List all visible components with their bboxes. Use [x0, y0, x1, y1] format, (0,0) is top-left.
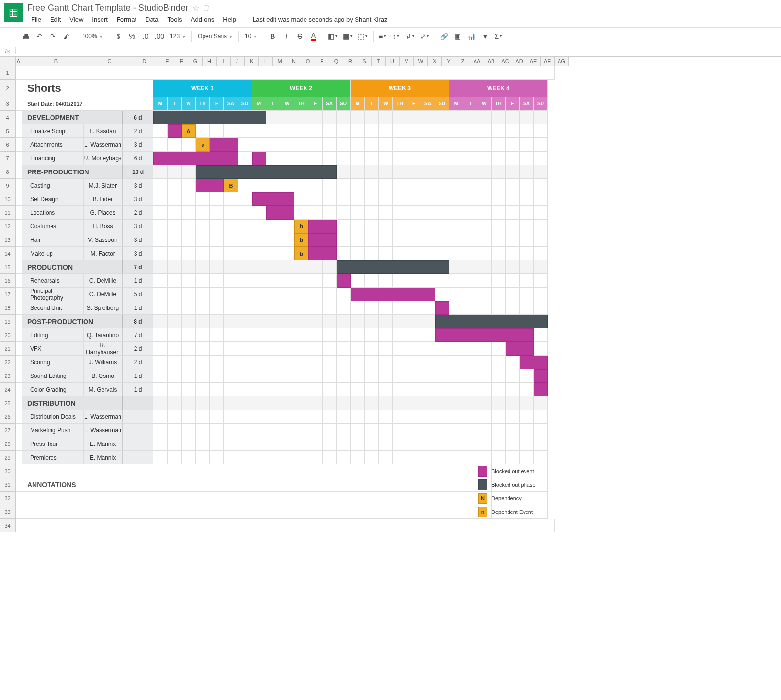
col-header[interactable]: R	[343, 57, 357, 66]
cell[interactable]	[323, 288, 337, 301]
cell[interactable]	[379, 328, 393, 342]
cell[interactable]	[421, 383, 435, 396]
cell[interactable]	[308, 356, 323, 369]
cell[interactable]	[252, 396, 266, 410]
row-header[interactable]: 28	[0, 437, 16, 451]
cell[interactable]	[294, 424, 308, 437]
cell[interactable]	[492, 274, 506, 288]
cell[interactable]	[393, 192, 407, 206]
cell[interactable]	[421, 220, 435, 233]
cell[interactable]	[407, 424, 421, 437]
row-header[interactable]: 17	[0, 288, 16, 301]
cell[interactable]	[238, 247, 252, 260]
cell[interactable]	[407, 179, 421, 192]
cell[interactable]	[463, 342, 477, 356]
cell[interactable]	[266, 179, 280, 192]
cell[interactable]	[238, 301, 252, 315]
cell[interactable]	[182, 206, 196, 220]
col-header[interactable]: L	[259, 57, 273, 66]
cell[interactable]	[365, 179, 379, 192]
comment-icon[interactable]: ▣	[452, 30, 464, 43]
cell[interactable]	[477, 396, 492, 410]
cell[interactable]	[477, 424, 492, 437]
col-header[interactable]: W	[414, 57, 428, 66]
cell[interactable]	[351, 451, 365, 464]
col-header[interactable]: F	[174, 57, 188, 66]
cell[interactable]	[407, 152, 421, 165]
row-header[interactable]: 21	[0, 342, 16, 356]
cell[interactable]	[224, 206, 238, 220]
cell[interactable]	[168, 451, 182, 464]
cell[interactable]	[168, 396, 182, 410]
cell[interactable]	[407, 233, 421, 247]
cell[interactable]	[168, 179, 182, 192]
cell[interactable]	[153, 260, 168, 274]
cell[interactable]	[534, 220, 548, 233]
cell[interactable]	[182, 260, 196, 274]
cell[interactable]	[22, 464, 153, 478]
col-header[interactable]: A	[16, 57, 22, 66]
cell[interactable]	[449, 410, 463, 424]
cell[interactable]	[379, 315, 393, 328]
cell[interactable]	[365, 206, 379, 220]
cell[interactable]	[16, 138, 22, 152]
cell[interactable]	[323, 396, 337, 410]
cell[interactable]	[520, 111, 534, 124]
cell[interactable]	[337, 301, 351, 315]
cell[interactable]	[449, 260, 463, 274]
cell[interactable]	[393, 233, 407, 247]
cell[interactable]	[266, 451, 280, 464]
row-header[interactable]: 33	[0, 505, 16, 519]
cell[interactable]	[492, 220, 506, 233]
cell[interactable]	[506, 356, 520, 369]
cell[interactable]	[280, 138, 294, 152]
cell[interactable]	[238, 206, 252, 220]
cell[interactable]	[182, 220, 196, 233]
cell[interactable]	[252, 342, 266, 356]
cell[interactable]	[337, 152, 351, 165]
cell[interactable]	[323, 410, 337, 424]
cell[interactable]	[435, 288, 449, 301]
cell[interactable]	[351, 328, 365, 342]
cell[interactable]	[393, 111, 407, 124]
rotate-icon[interactable]: ⤢▼	[418, 30, 432, 43]
cell[interactable]	[351, 274, 365, 288]
cell[interactable]	[308, 451, 323, 464]
cell[interactable]	[238, 274, 252, 288]
cell[interactable]	[337, 315, 351, 328]
cell[interactable]	[351, 138, 365, 152]
cell[interactable]	[421, 274, 435, 288]
cell[interactable]	[224, 220, 238, 233]
cell[interactable]	[463, 179, 477, 192]
cell[interactable]	[210, 192, 224, 206]
cell[interactable]	[351, 111, 365, 124]
cell[interactable]	[407, 247, 421, 260]
cell[interactable]	[534, 410, 548, 424]
col-header[interactable]: E	[160, 57, 174, 66]
cell[interactable]	[238, 179, 252, 192]
cell[interactable]	[182, 383, 196, 396]
cell[interactable]	[365, 124, 379, 138]
cell[interactable]	[252, 315, 266, 328]
cell[interactable]	[365, 274, 379, 288]
cell[interactable]	[492, 124, 506, 138]
cell[interactable]	[266, 152, 280, 165]
cell[interactable]	[379, 206, 393, 220]
cell[interactable]	[238, 342, 252, 356]
cell[interactable]	[534, 424, 548, 437]
col-header[interactable]: AA	[470, 57, 484, 66]
cell[interactable]	[224, 288, 238, 301]
cell[interactable]	[365, 437, 379, 451]
cell[interactable]	[238, 410, 252, 424]
cell[interactable]	[365, 165, 379, 179]
cell[interactable]	[308, 328, 323, 342]
col-header[interactable]: AB	[484, 57, 498, 66]
cell[interactable]	[238, 220, 252, 233]
cell[interactable]	[196, 328, 210, 342]
cell[interactable]	[294, 152, 308, 165]
cell[interactable]	[393, 247, 407, 260]
cell[interactable]	[182, 247, 196, 260]
row-header[interactable]: 6	[0, 138, 16, 152]
cell[interactable]	[153, 369, 168, 383]
row-header[interactable]: 27	[0, 424, 16, 437]
